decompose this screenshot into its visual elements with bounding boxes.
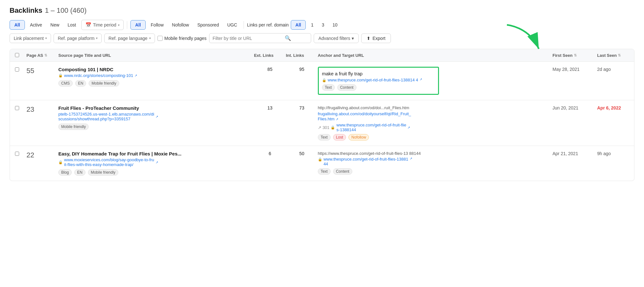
ext-link-anchor-2: ↗ [336, 117, 338, 121]
lpd-1[interactable]: 1 [308, 20, 317, 29]
anchor-column-2: http://frugalliving.about.com/od/doi...r… [318, 105, 553, 140]
page-as-value-3: 22 [26, 151, 34, 159]
source-tags-3: Blog EN Mobile friendly [58, 169, 254, 176]
anchor-tags-1: Text Content [322, 84, 435, 91]
tab-ugc[interactable]: UGC [224, 20, 240, 29]
tag-content-1: Content [337, 84, 356, 91]
advanced-filters-label: Advanced filters [318, 36, 350, 41]
tab-active[interactable]: Active [27, 20, 45, 29]
tag-mobile-friendly-2: Mobile friendly [58, 124, 89, 130]
mobile-friendly-label: Mobile friendly pages [165, 36, 207, 41]
ext-links-2: 13 [254, 105, 286, 110]
ext-link-secondary-2: ↗ [407, 126, 410, 129]
last-seen-1: 2d ago [597, 67, 611, 72]
tab-nofollow[interactable]: Nofollow [169, 20, 192, 29]
sort-icon-page-as: ⇅ [44, 53, 47, 57]
title-url-search-box: 🔍 [209, 33, 311, 43]
export-button[interactable]: ⬆ Export [361, 34, 391, 43]
page-title: Backlinks [10, 6, 42, 15]
ext-link-anchor-3: ↗ [410, 157, 412, 160]
calendar-icon: 📅 [85, 22, 91, 28]
column-header-last-seen[interactable]: Last Seen ⇅ [597, 53, 629, 58]
time-period-label: Time period [93, 22, 116, 27]
lpd-all[interactable]: All [291, 20, 306, 30]
row-checkbox-3[interactable] [15, 152, 19, 156]
source-url-2: ptelb-1753724526.us-west-1.elb.amazonaws… [58, 112, 254, 121]
lock-icon-1: 🔒 [58, 73, 63, 78]
anchor-column-1: make a fruit fly trap 🔒 www.thespruce.co… [318, 67, 553, 95]
ext-links-3: 6 [254, 151, 286, 156]
lpd-10[interactable]: 10 [329, 20, 341, 29]
tab-lost[interactable]: Lost [64, 20, 79, 29]
table-row: 22 Easy, DIY Homemade Trap for Fruit Fli… [10, 146, 634, 181]
mobile-friendly-checkbox[interactable] [157, 36, 163, 41]
int-links-1: 95 [286, 67, 318, 72]
tab-new[interactable]: New [47, 20, 62, 29]
page-as-header-label: Page AS [26, 53, 43, 58]
tab-all-linktype[interactable]: All [130, 20, 146, 30]
int-links-3: 50 [286, 151, 318, 156]
ref-page-language-dropdown[interactable]: Ref. page language ▾ [104, 34, 155, 43]
select-all-checkbox[interactable] [15, 53, 19, 57]
mobile-friendly-checkbox-label[interactable]: Mobile friendly pages [157, 36, 207, 41]
lpd-3[interactable]: 3 [318, 20, 327, 29]
tag-lost-2: Lost [333, 134, 346, 140]
lock-icon-3: 🔒 [58, 160, 63, 164]
page-as-value-1: 55 [26, 67, 34, 75]
divider2 [244, 21, 244, 29]
tag-blog: Blog [58, 169, 72, 176]
tab-follow[interactable]: Follow [148, 20, 167, 29]
backlinks-table: Page AS ⇅ Source page Title and URL Ext.… [10, 49, 634, 181]
source-tags-1: CMS EN Mobile friendly [58, 79, 254, 87]
ref-page-platform-label: Ref. page platform [58, 36, 94, 41]
anchor-secondary-url-2[interactable]: www.thespruce.com/get-rid-of-fruit-flies… [336, 123, 406, 132]
chevron-down-icon5: ▾ [352, 36, 354, 41]
tab-all-status[interactable]: All [10, 20, 25, 30]
status-tabs: All Active New Lost [10, 20, 79, 30]
source-url-link-1[interactable]: www.nrdc.org/stories/composting-101 [64, 73, 133, 78]
last-seen-3: 9h ago [597, 151, 611, 156]
chevron-down-icon: ▾ [118, 23, 120, 27]
advanced-filters-button[interactable]: Advanced filters ▾ [314, 34, 359, 43]
column-header-first-seen[interactable]: First Seen ⇅ [553, 53, 597, 58]
tag-mobile-friendly: Mobile friendly [89, 80, 119, 87]
lock-icon-anchor-3: 🔒 [318, 157, 322, 162]
tag-text-2: Text [318, 134, 331, 140]
ref-page-platform-dropdown[interactable]: Ref. page platform ▾ [54, 34, 102, 43]
row-checkbox-1[interactable] [15, 67, 19, 72]
source-title-3: Easy, DIY Homemade Trap for Fruit Flies … [58, 151, 254, 156]
upload-icon: ⬆ [367, 36, 370, 41]
chevron-down-icon2: ▾ [45, 36, 47, 40]
tag-content-3: Content [333, 168, 352, 175]
first-seen-2: Jun 20, 2021 [553, 105, 578, 110]
anchor-target-url-2[interactable]: frugalliving.about.com/od/doityourself/q… [318, 111, 411, 121]
redirect-icon-2: ↗ [318, 125, 321, 130]
first-seen-1: May 28, 2021 [553, 67, 580, 72]
sort-icon-last-seen: ⇅ [618, 53, 621, 57]
external-link-icon-3: ↗ [156, 161, 158, 164]
source-url-link-2[interactable]: ptelb-1753724526.us-west-1.elb.amazonaws… [58, 112, 154, 121]
search-icon: 🔍 [285, 35, 291, 41]
tag-cms: CMS [58, 80, 73, 87]
lock-icon-secondary-2: 🔒 [331, 125, 335, 130]
sort-icon-first-seen: ⇅ [574, 53, 577, 57]
ref-page-language-label: Ref. page language [108, 36, 147, 41]
tab-sponsored[interactable]: Sponsored [194, 20, 222, 29]
last-seen-2: Apr 6, 2022 [597, 105, 621, 110]
source-url-link-3[interactable]: www.moxieservices.com/blog/say-goodbye-t… [64, 157, 154, 167]
anchor-raw-url-3: https://www.thespruce.com/get-rid-of-fru… [318, 151, 553, 156]
column-header-ext-links: Ext. Links [254, 53, 286, 58]
link-placement-label: Link placement [14, 36, 44, 41]
column-header-page-as[interactable]: Page AS ⇅ [26, 53, 58, 58]
link-placement-dropdown[interactable]: Link placement ▾ [10, 34, 51, 43]
anchor-url-3[interactable]: www.thespruce.com/get-rid-of-fruit-flies… [324, 157, 408, 166]
time-period-dropdown[interactable]: 📅 Time period ▾ [81, 20, 124, 30]
int-links-2: 73 [286, 105, 318, 110]
first-seen-3: Apr 21, 2021 [553, 151, 578, 156]
search-input[interactable] [213, 36, 283, 41]
export-label: Export [372, 36, 385, 41]
anchor-raw-url-2: http://frugalliving.about.com/od/doi...r… [318, 105, 553, 110]
anchor-url-1[interactable]: www.thespruce.com/get-rid-of-fruit-flies… [328, 78, 418, 82]
row-checkbox-2[interactable] [15, 106, 19, 110]
tag-en-3: EN [74, 169, 85, 176]
